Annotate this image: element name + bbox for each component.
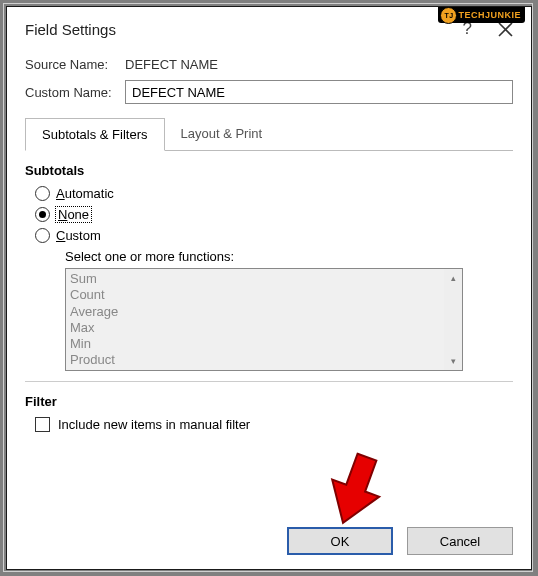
tab-layout-print[interactable]: Layout & Print bbox=[165, 118, 279, 150]
tabs: Subtotals & Filters Layout & Print bbox=[25, 118, 513, 151]
divider bbox=[25, 381, 513, 382]
radio-automatic[interactable]: Automatic bbox=[35, 186, 513, 201]
radio-icon bbox=[35, 207, 50, 222]
radio-icon bbox=[35, 186, 50, 201]
subtotals-heading: Subtotals bbox=[25, 163, 513, 178]
chevron-down-icon[interactable]: ▾ bbox=[451, 352, 456, 370]
close-icon[interactable] bbox=[498, 22, 513, 37]
filter-heading: Filter bbox=[25, 394, 513, 409]
radio-automatic-label: Automatic bbox=[56, 186, 114, 201]
radio-none[interactable]: None bbox=[35, 207, 513, 222]
radio-custom[interactable]: Custom bbox=[35, 228, 513, 243]
field-settings-dialog: TECHJUNKIE Field Settings ? Source Name:… bbox=[6, 6, 532, 570]
techjunkie-badge: TECHJUNKIE bbox=[438, 7, 525, 23]
source-name-value: DEFECT NAME bbox=[125, 57, 218, 72]
cancel-button[interactable]: Cancel bbox=[407, 527, 513, 555]
functions-label: Select one or more functions: bbox=[65, 249, 513, 264]
chevron-up-icon[interactable]: ▴ bbox=[451, 269, 456, 287]
list-item: Average bbox=[70, 304, 458, 320]
radio-icon bbox=[35, 228, 50, 243]
custom-name-input[interactable] bbox=[125, 80, 513, 104]
scrollbar[interactable]: ▴ ▾ bbox=[444, 269, 462, 370]
radio-none-label: None bbox=[56, 207, 91, 222]
checkbox-icon bbox=[35, 417, 50, 432]
list-item: Min bbox=[70, 336, 458, 352]
include-new-items-label: Include new items in manual filter bbox=[58, 417, 250, 432]
custom-name-label: Custom Name: bbox=[25, 85, 125, 100]
radio-custom-label: Custom bbox=[56, 228, 101, 243]
tab-subtotals-filters[interactable]: Subtotals & Filters bbox=[25, 118, 165, 151]
list-item: Sum bbox=[70, 271, 458, 287]
include-new-items-checkbox[interactable]: Include new items in manual filter bbox=[35, 417, 513, 432]
functions-listbox: Sum Count Average Max Min Product ▴ ▾ bbox=[65, 268, 463, 371]
ok-button[interactable]: OK bbox=[287, 527, 393, 555]
dialog-title: Field Settings bbox=[25, 21, 116, 38]
list-item: Max bbox=[70, 320, 458, 336]
list-item: Product bbox=[70, 352, 458, 368]
list-item: Count bbox=[70, 287, 458, 303]
source-name-label: Source Name: bbox=[25, 57, 125, 72]
